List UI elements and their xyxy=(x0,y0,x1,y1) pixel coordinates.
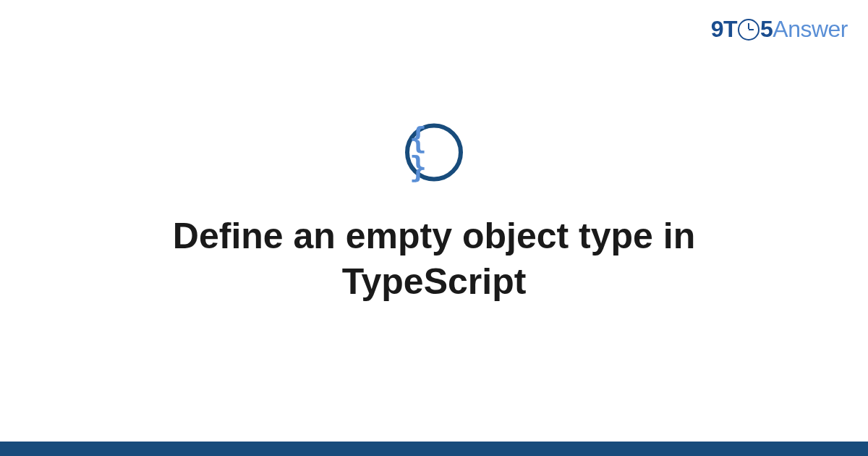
topic-icon-circle: { } xyxy=(405,124,463,182)
code-braces-icon: { } xyxy=(409,124,459,182)
logo-text-9t: 9T xyxy=(711,16,737,43)
logo-text-5: 5 xyxy=(760,16,773,43)
logo-text-answer: Answer xyxy=(773,16,848,43)
site-logo: 9T 5 Answer xyxy=(711,16,848,43)
footer-bar xyxy=(0,442,868,456)
clock-icon xyxy=(738,19,760,41)
main-content: { } Define an empty object type in TypeS… xyxy=(0,124,868,304)
page-title: Define an empty object type in TypeScrip… xyxy=(109,214,760,304)
